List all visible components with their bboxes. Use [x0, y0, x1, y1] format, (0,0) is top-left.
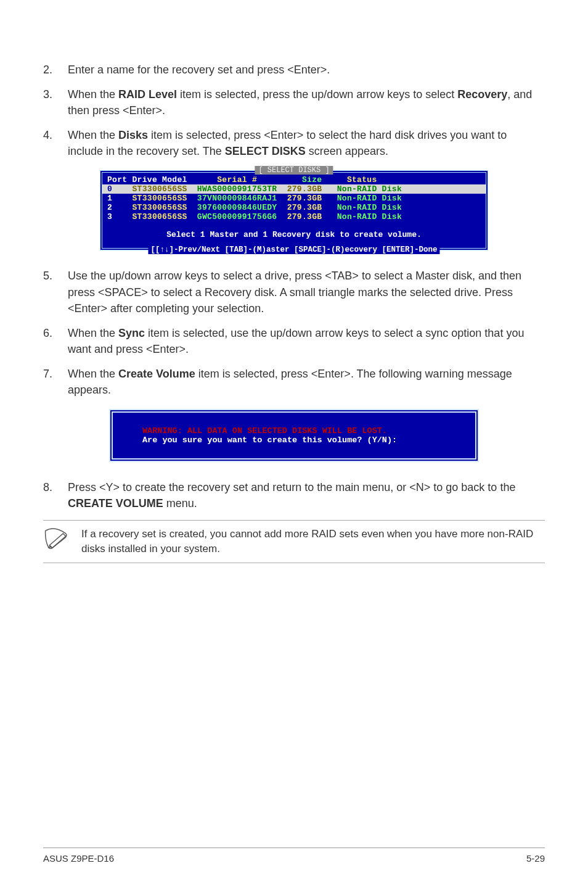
panel-body: Port Drive Model Serial # Size Status 0 … [102, 173, 486, 248]
confirm-prompt: Are you sure you want to create this vol… [142, 435, 458, 445]
step-number: 4. [43, 127, 68, 159]
panel-message: Select 1 Master and 1 Recovery disk to c… [107, 230, 481, 239]
step-text: Use the up/down arrow keys to select a d… [68, 268, 545, 316]
table-header: Port Drive Model Serial # Size Status [107, 175, 481, 184]
step-text: When the Disks item is selected, press <… [68, 127, 545, 159]
page-footer: ASUS Z9PE-D16 5-29 [43, 848, 545, 864]
step-number: 5. [43, 268, 68, 316]
panel-title: [ SELECT DISKS ] [255, 166, 333, 175]
step-3: 3. When the RAID Level item is selected,… [43, 86, 545, 118]
step-text: When the Create Volume item is selected,… [68, 366, 545, 398]
step-5: 5. Use the up/down arrow keys to select … [43, 268, 545, 316]
warning-text: WARNING: ALL DATA ON SELECTED DISKS WILL… [142, 426, 458, 435]
step-number: 3. [43, 86, 68, 118]
footer-left: ASUS Z9PE-D16 [43, 853, 114, 864]
step-text: When the Sync item is selected, use the … [68, 325, 545, 357]
note-text: If a recovery set is created, you cannot… [81, 527, 545, 556]
step-7: 7. When the Create Volume item is select… [43, 366, 545, 398]
note-block: If a recovery set is created, you cannot… [43, 520, 545, 563]
step-6: 6. When the Sync item is selected, use t… [43, 325, 545, 357]
instruction-list: 2. Enter a name for the recovery set and… [43, 62, 545, 159]
step-4: 4. When the Disks item is selected, pres… [43, 127, 545, 159]
instruction-list: 5. Use the up/down arrow keys to select … [43, 268, 545, 398]
table-row: 3 ST3300656SS GWC50000991756G6 279.3GB N… [107, 212, 481, 221]
step-text: Press <Y> to create the recovery set and… [68, 479, 545, 511]
table-row: 0 ST3300656SS HWAS0000991753TR 279.3GB N… [107, 184, 481, 194]
select-disks-panel: [ SELECT DISKS ] Port Drive Model Serial… [100, 170, 488, 250]
table-row: 1 ST3300656SS 37VN00009846RAJ1 279.3GB N… [107, 194, 481, 203]
table-row: 2 ST3300656SS 397600009846UEDY 279.3GB N… [107, 203, 481, 212]
step-8: 8. Press <Y> to create the recovery set … [43, 479, 545, 511]
warning-dialog: WARNING: ALL DATA ON SELECTED DISKS WILL… [109, 409, 479, 462]
step-text: Enter a name for the recovery set and pr… [68, 62, 545, 78]
step-number: 2. [43, 62, 68, 78]
step-number: 6. [43, 325, 68, 357]
step-number: 7. [43, 366, 68, 398]
step-2: 2. Enter a name for the recovery set and… [43, 62, 545, 78]
note-icon [43, 527, 70, 550]
footer-right: 5-29 [526, 853, 545, 864]
instruction-list: 8. Press <Y> to create the recovery set … [43, 479, 545, 511]
step-text: When the RAID Level item is selected, pr… [68, 86, 545, 118]
step-number: 8. [43, 479, 68, 511]
panel-footer-hint: [[↑↓]-Prev/Next [TAB]-(M)aster [SPACE]-(… [148, 245, 439, 254]
